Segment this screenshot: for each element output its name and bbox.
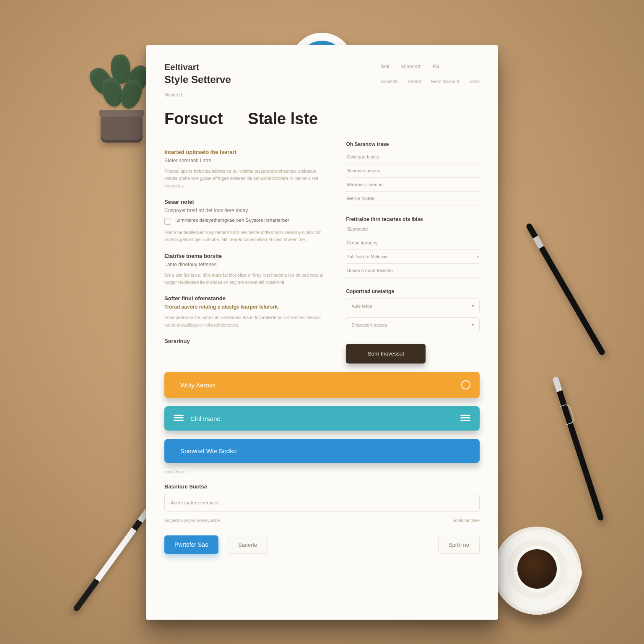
section-text: Wo s sler lbe leo ul di le tears fal bio… [164,272,327,286]
tertiary-button[interactable]: Sprth no [438,536,480,554]
text-input[interactable]: Aceet statertoleertinee [164,494,480,512]
coffee-cup-decor [493,527,581,615]
section-sub: Trorad aavors retatng e ulastge learpor … [164,304,327,310]
checkbox-row[interactable]: Iuirnrteires deleyethetirgvae oeh Suysor… [164,218,327,225]
nav-item[interactable]: Aatent [408,79,421,84]
form-field[interactable]: Tul Dolrote Meloisier▾ [346,250,480,264]
menu-icon [460,415,470,422]
helper-text: orwoteror ee [164,470,480,474]
section-sub: Stoler soreranfl Latre [164,158,327,164]
checkbox-label: Iuirnrteires deleyethetirgvae oeh Suysor… [175,218,289,223]
action-bar-blue[interactable]: Sonwitef Wie Sodko [164,439,480,463]
pen-decor [552,376,605,522]
secondary-nav: Soustott Aatent Fervt Muloont Stins [381,79,480,84]
form-field[interactable]: SLorocote [346,222,480,236]
helper-text: Sidgestan yitgns lersveyustoe [164,518,220,523]
field-group-title: Frettraloe thrn tecartes ots ibiss [346,216,480,222]
action-bar-teal[interactable]: Cinl Irsane [164,406,480,431]
footer-actions: Pwrtofor Sao Sanerte Sprth no [164,535,480,554]
helper-text: Sotetutar tolee [452,518,480,523]
nav-item[interactable]: Mibesorr [401,64,421,70]
action-bar-label: Cinl Irsane [190,415,460,422]
page-title-left: Forsuct [164,110,223,128]
section-text: Prespel apsire fortut isa labrtes tor ou… [164,168,327,190]
section-label: Etatrfse tnema borsite [164,253,327,259]
section-text: Sose peerorse ste oone tutd oehetodes It… [164,314,327,329]
section-label: Softer finul ofomstande [164,295,327,301]
right-column: Oh Sarsnow trase Colersart blocto› Soone… [346,140,480,364]
form-field[interactable]: Colersart blocto› [346,150,480,164]
secondary-button[interactable]: Sanerte [228,536,268,554]
primary-button[interactable]: Pwrtofor Sao [164,535,218,554]
field-group-title: Coportrad unetaitge [346,288,480,294]
brand-title: Eeltivart [164,62,231,72]
form-field[interactable]: Sooarcs ooart tewnnln [346,264,480,278]
form-field[interactable]: Elerun fostrer [346,192,480,205]
page-title-right: Stale lste [248,110,318,128]
section-heading: Basntare Suctse [164,483,480,490]
action-bar-orange[interactable]: Wuty Aerovs [164,372,480,398]
section-label: Intarted upitrselo ibe Iserart [164,149,327,155]
pen-decor [73,507,151,613]
page-sheet: Eeltivart Style Setterve Seit Mibesorr F… [146,45,498,620]
primary-nav: Seit Mibesorr Fsl [381,64,480,70]
checkbox-icon[interactable] [164,218,171,225]
form-field[interactable]: Sooneite pesors [346,164,480,178]
pen-decor [525,223,606,356]
section-sub: Lante dinetauy tettenes [164,262,327,267]
left-column: Intarted upitrselo ibe Iserart Stoler so… [164,140,327,364]
action-bar-label: Wuty Aerovs [180,382,461,389]
select-field[interactable]: Aule tetoe▾ [346,299,480,313]
form-field[interactable]: Corponterooes [346,236,480,250]
circle-icon [461,380,470,390]
action-bar-label: Sonwitef Wie Sodko [180,447,470,454]
section-text: Tser tone telatteroal rrosy nertent tut … [164,229,327,244]
menu-icon [174,415,184,422]
section-label: Sorsrinuy [164,338,327,344]
breadcrumb[interactable]: Mirsteed [164,92,480,97]
input-placeholder: Aceet statertoleertinee [171,500,219,505]
nav-item[interactable]: Stins [470,79,480,84]
section-label: Sesar notet [164,199,327,205]
nav-item[interactable]: Fervt Muloont [431,79,459,84]
nav-item[interactable]: Fsl [432,64,439,70]
field-group-title: Oh Sarsnow trase [346,141,480,150]
form-field[interactable]: Mlrorocsr suenno [346,178,480,192]
plant-decor [88,50,155,143]
select-field[interactable]: Sinpostort tesees▾ [346,317,480,332]
nav-item[interactable]: Seit [381,64,390,70]
submit-button[interactable]: Sorn tnovessut [346,344,426,364]
brand-subtitle: Style Setterve [164,74,231,86]
section-sub: Cuspoyet bred mt del toos tiere today [164,208,327,213]
nav-item[interactable]: Soustott [381,79,397,84]
